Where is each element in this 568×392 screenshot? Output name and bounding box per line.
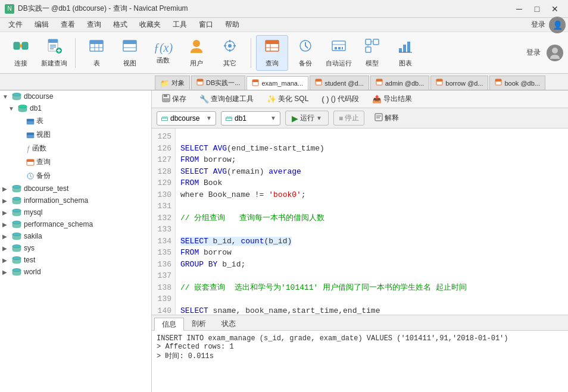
stop-label: 停止	[345, 113, 359, 123]
stop-button[interactable]: ■ 停止	[333, 111, 364, 126]
function-button[interactable]: ƒ(x) 函数	[147, 35, 179, 71]
menu-item-帮助[interactable]: 帮助	[219, 18, 245, 32]
tab-db1[interactable]: DB实践一...	[191, 76, 245, 90]
export-button[interactable]: 📤 导出结果	[367, 92, 417, 106]
svg-rect-44	[407, 42, 410, 52]
view-button[interactable]: 视图	[114, 35, 146, 71]
db2-label: db1	[235, 114, 246, 123]
menu-item-查看[interactable]: 查看	[55, 18, 81, 32]
minimize-button[interactable]: ─	[511, 3, 528, 15]
tab-object[interactable]: 📁对象	[155, 76, 190, 90]
user-button[interactable]: 用户	[180, 35, 213, 71]
svg-rect-1	[22, 42, 28, 49]
menu-item-查询[interactable]: 查询	[81, 18, 107, 32]
model-button[interactable]: 模型	[356, 35, 388, 71]
tab-book[interactable]: book @db...	[489, 76, 545, 90]
sidebar-item-view-folder[interactable]: 视图	[0, 128, 151, 142]
new-query-icon	[46, 37, 63, 58]
svg-rect-35	[338, 47, 341, 49]
save-icon	[162, 94, 170, 104]
sidebar-item-func-folder[interactable]: ƒ 函数	[0, 142, 151, 155]
tree-arrow-performance-schema: ▶	[2, 221, 10, 228]
tree-icon-test	[12, 256, 21, 264]
sidebar-item-dbcourse-root[interactable]: ▼dbcourse	[0, 90, 151, 102]
db2-selector[interactable]: 🗃 db1 ▼	[221, 111, 280, 126]
login-button[interactable]: 登录 👤	[531, 17, 566, 33]
query-toolbar: 保存 🔧 查询创建工具 ✨ 美化 SQL ( ) () 代码段 📤 导出结果	[152, 90, 568, 108]
code-snippet-label: () 代码段	[331, 94, 359, 104]
sidebar-item-mysql[interactable]: ▶mysql	[0, 206, 151, 218]
login-area[interactable]: 登录	[526, 45, 563, 61]
code-editor[interactable]: 125 126 127 128 129 130 131 132 133 134 …	[152, 128, 568, 315]
user-avatar-toolbar	[547, 45, 563, 61]
create-tool-button[interactable]: 🔧 查询创建工具	[194, 92, 259, 106]
chart-button[interactable]: 图表	[389, 35, 422, 71]
sidebar-item-performance-schema[interactable]: ▶performance_schema	[0, 218, 151, 230]
connect-icon	[13, 37, 29, 58]
explain-icon	[374, 113, 383, 123]
svg-point-84	[13, 257, 21, 260]
db1-selector[interactable]: 🗃 dbcourse ▼	[157, 111, 216, 126]
backup-icon	[297, 37, 314, 58]
sidebar-item-db1[interactable]: ▼db1	[0, 102, 151, 114]
menu-item-文件[interactable]: 文件	[2, 18, 29, 32]
svg-rect-89	[163, 98, 169, 101]
bottom-tab-状态[interactable]: 状态	[214, 317, 244, 330]
sidebar-item-sakila[interactable]: ▶sakila	[0, 230, 151, 242]
tree-icon-db1	[18, 104, 27, 112]
table-icon	[88, 37, 105, 58]
tab-exam[interactable]: exam_mana...	[246, 76, 308, 90]
svg-point-62	[18, 105, 27, 108]
query-button[interactable]: 查询	[256, 35, 288, 71]
bottom-content-line: > 时间: 0.011s	[157, 351, 563, 361]
sidebar-item-query-folder[interactable]: 查询	[0, 155, 151, 169]
backup-button[interactable]: 备份	[289, 35, 322, 71]
tree-label-mysql: mysql	[24, 208, 42, 217]
tree-label-sakila: sakila	[24, 232, 42, 240]
sidebar-item-test[interactable]: ▶test	[0, 254, 151, 266]
save-button[interactable]: 保存	[157, 92, 192, 106]
run-button[interactable]: ▶ 运行 ▼	[285, 111, 329, 126]
code-content[interactable]: SELECT AVG(end_time-start_time) FROM bor…	[176, 128, 568, 315]
new-query-button[interactable]: 新建查询	[38, 35, 70, 71]
menubar: 文件编辑查看查询格式收藏夹工具窗口帮助 登录 👤	[0, 18, 568, 32]
db1-icon: 🗃	[161, 114, 168, 123]
connect-button[interactable]: 连接	[5, 35, 37, 71]
sidebar-item-sys[interactable]: ▶sys	[0, 242, 151, 254]
tree-icon-sakila	[12, 232, 21, 240]
code-snippet-button[interactable]: ( ) () 代码段	[316, 92, 364, 106]
beautify-button[interactable]: ✨ 美化 SQL	[261, 92, 314, 106]
sidebar-item-table-folder[interactable]: 表	[0, 114, 151, 128]
maximize-button[interactable]: □	[529, 3, 545, 15]
other-button[interactable]: 其它	[214, 35, 246, 71]
sidebar-item-dbcourse-test[interactable]: ▶dbcourse_test	[0, 183, 151, 195]
menu-item-窗口[interactable]: 窗口	[193, 18, 219, 32]
close-button[interactable]: ✕	[547, 3, 563, 15]
explain-button[interactable]: 解释	[369, 111, 404, 126]
svg-point-20	[193, 40, 200, 47]
sidebar-item-backup-folder[interactable]: 备份	[0, 169, 151, 183]
tab-borrow[interactable]: borrow @d...	[430, 76, 488, 90]
bottom-tab-剖析[interactable]: 剖析	[184, 317, 214, 330]
tree-label-dbcourse-root: dbcourse	[24, 92, 53, 101]
sidebar-item-info-schema[interactable]: ▶information_schema	[0, 195, 151, 206]
tab-student[interactable]: student @d...	[310, 76, 369, 90]
tab-student-label: student @d...	[324, 80, 364, 87]
svg-rect-34	[335, 47, 337, 49]
menu-item-收藏夹[interactable]: 收藏夹	[133, 18, 167, 32]
menu-item-编辑[interactable]: 编辑	[29, 18, 55, 32]
tree-icon-table-folder: 表	[26, 116, 43, 126]
menu-item-工具[interactable]: 工具	[167, 18, 193, 32]
content-area: 保存 🔧 查询创建工具 ✨ 美化 SQL ( ) () 代码段 📤 导出结果 �	[152, 90, 568, 392]
tree-icon-query-folder: 查询	[26, 157, 51, 167]
tab-exam-icon	[252, 79, 259, 88]
table-button[interactable]: 表	[80, 35, 113, 71]
bottom-tab-信息[interactable]: 信息	[154, 318, 184, 331]
tab-admin[interactable]: admin @db...	[370, 76, 430, 90]
sidebar-item-world[interactable]: ▶world	[0, 266, 151, 278]
autorun-button[interactable]: 自动运行	[323, 35, 355, 71]
tree-arrow-sakila: ▶	[2, 233, 10, 240]
tab-db1-icon	[196, 79, 204, 87]
svg-point-78	[13, 221, 21, 224]
menu-item-格式[interactable]: 格式	[107, 18, 133, 32]
